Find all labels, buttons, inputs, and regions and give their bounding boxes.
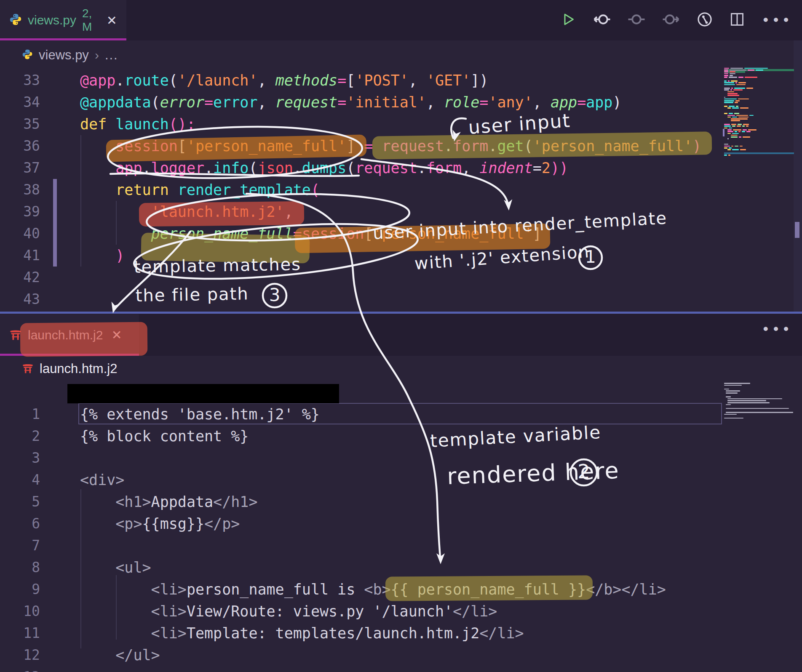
breadcrumb-bottom[interactable]: launch.htm.j2 [0,356,802,382]
code-line-11[interactable]: 11 <li>Template: templates/launch.htm.j2… [0,622,792,644]
code-text: def launch(): [80,113,195,135]
line-number: 3 [0,447,40,469]
line-number: 43 [0,288,40,310]
highlight-personnamefull-line40 [141,233,310,264]
code-line-42[interactable]: 42 [0,267,792,288]
code-line-39[interactable]: 39 'launch.htm.j2', [0,201,792,223]
minimap-bottom[interactable] [724,382,794,419]
breadcrumb-file[interactable]: launch.htm.j2 [40,361,117,376]
code-line-10[interactable]: 10 <li>View/Route: views.py '/launch'</l… [0,600,792,622]
current-line-highlight [78,403,722,424]
highlight-requestform-line36 [372,131,712,159]
code-text: @appdata(error=error, request='initial',… [80,91,622,113]
code-line-33[interactable]: 33@app.route('/launch', methods=['POST',… [0,69,792,91]
line-number: 13 [0,666,40,672]
line-number: 42 [0,267,40,288]
line-number: 12 [0,644,40,666]
scrollbar-track[interactable] [794,40,802,312]
step-back-icon[interactable] [593,12,611,29]
gauge-icon[interactable] [697,11,713,29]
line-number: 39 [0,201,40,223]
split-editor-icon[interactable] [730,12,745,29]
line-number: 1 [0,403,40,425]
code-text: <div> [80,469,124,491]
code-text: @app.route('/launch', methods=['POST', '… [80,69,488,91]
line-number: 41 [0,245,40,267]
chevron-right-icon: › [95,48,99,62]
code-line-3[interactable]: 3 [0,447,792,469]
scrollbar-thumb[interactable] [795,222,799,238]
more-actions-icon[interactable]: ••• [762,321,792,338]
run-python-file-icon[interactable] [561,12,576,29]
code-line-13[interactable]: 13 [0,666,792,672]
code-line-5[interactable]: 5 <h1>Appdata</h1> [0,491,792,513]
python-file-icon [9,13,22,27]
highlight-template-name-line39 [139,201,305,227]
code-line-2[interactable]: 2{% block content %} [0,425,792,447]
line-number: 11 [0,622,40,644]
line-number: 36 [0,135,40,157]
line-number: 33 [0,69,40,91]
line-number: 7 [0,535,40,557]
breadcrumb-top[interactable]: views.py › ... [0,40,802,70]
indent-guide [116,201,117,245]
line-number: 9 [0,579,40,600]
line-number: 4 [0,469,40,491]
indent-guide [80,135,81,267]
more-actions-icon[interactable]: ••• [762,12,792,29]
record-toggle-icon[interactable] [628,12,645,29]
redaction-black-bar [67,384,339,403]
line-number: 2 [0,425,40,447]
line-number: 40 [0,223,40,245]
code-line-4[interactable]: 4<div> [0,469,792,491]
highlight-template-var-line9 [385,575,593,601]
code-line-6[interactable]: 6 <p>{{msg}}</p> [0,513,792,535]
step-forward-icon[interactable] [662,12,680,29]
line-number: 38 [0,179,40,201]
indent-guide [116,575,117,640]
code-text: ) [80,245,124,267]
code-line-8[interactable]: 8 <ul> [0,557,792,579]
line-number: 37 [0,157,40,179]
line-number: 10 [0,600,40,622]
vscode-window: views.py 2, M ✕ ••• [0,0,802,672]
breadcrumb-symbol[interactable]: ... [105,48,118,63]
line-number: 6 [0,513,40,535]
line-number: 5 [0,491,40,513]
code-text: {% block content %} [80,425,249,447]
code-text: <p>{{msg}}</p> [80,513,240,535]
tab-modified-badge: 2, M [82,7,98,34]
modified-lines-gutter [53,179,57,267]
jinja-file-icon [22,362,34,376]
minimap-line [724,154,794,156]
code-text: return render_template( [80,179,320,201]
code-line-43[interactable]: 43 [0,288,792,310]
indent-guide [80,489,81,648]
tab-bar-top: views.py 2, M ✕ ••• [0,0,802,40]
code-line-7[interactable]: 7 [0,535,792,557]
tab-views-py[interactable]: views.py 2, M ✕ [0,0,126,40]
minimap-modified-bar [723,129,724,136]
highlight-tab-launch [20,322,148,357]
code-text: <li>Template: templates/launch.htm.j2</l… [80,622,524,644]
highlight-session-line40 [295,224,551,253]
minimap-top[interactable] [724,67,794,156]
breadcrumb-file[interactable]: views.py [39,48,89,63]
line-number: 8 [0,557,40,579]
editor-actions: ••• [561,0,802,40]
code-text: <li>View/Route: views.py '/launch'</li> [80,600,497,622]
python-file-icon [22,49,33,61]
minimap-line [724,417,794,419]
line-number: 35 [0,113,40,135]
tab-title: views.py [28,13,76,27]
close-tab-icon[interactable]: ✕ [107,13,117,28]
code-line-34[interactable]: 34@appdata(error=error, request='initial… [0,91,792,113]
code-line-12[interactable]: 12 </ul> [0,644,792,666]
editor-group-separator[interactable] [0,312,802,314]
code-text: </ul> [80,644,160,666]
code-text: <h1>Appdata</h1> [80,491,257,513]
code-line-38[interactable]: 38 return render_template( [0,179,792,201]
line-number: 34 [0,91,40,113]
